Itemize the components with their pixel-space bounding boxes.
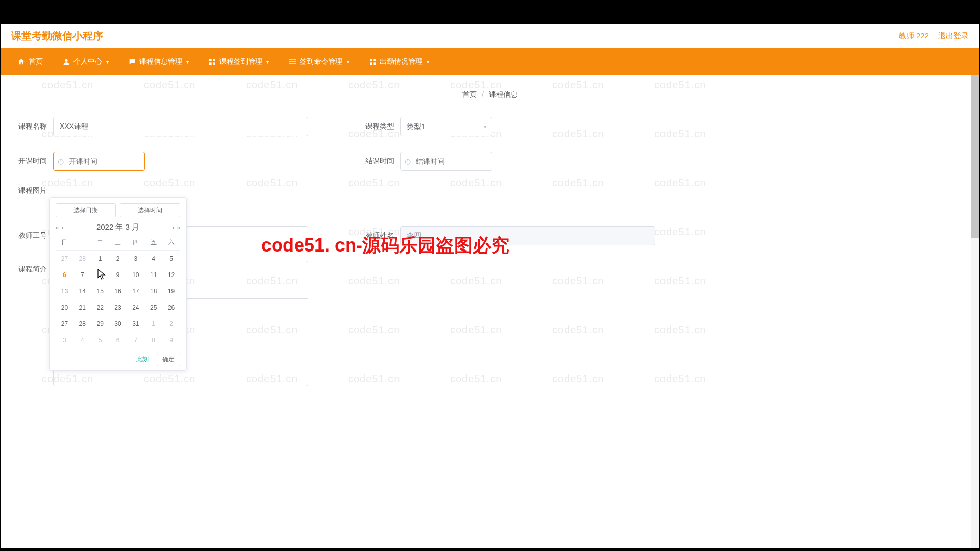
- dp-weekdays: 日一二三四五六: [56, 236, 180, 251]
- dp-day-cell[interactable]: 7: [74, 267, 91, 283]
- nav-personal[interactable]: 个人中心 ▾: [55, 53, 116, 70]
- start-time-input[interactable]: [53, 152, 145, 171]
- dp-weekday: 二: [91, 238, 109, 247]
- dp-weekday: 日: [56, 238, 74, 247]
- dp-day-cell[interactable]: 10: [127, 267, 144, 283]
- dp-day-cell[interactable]: 8: [91, 267, 109, 283]
- nav-attend-mgmt[interactable]: 出勤情况管理 ▾: [361, 53, 436, 70]
- user-icon: [62, 58, 70, 66]
- dp-day-cell[interactable]: 28: [74, 251, 91, 267]
- dp-day-cell[interactable]: 20: [56, 299, 74, 316]
- chevron-down-icon: ▾: [186, 59, 189, 65]
- end-time-input[interactable]: [400, 152, 492, 171]
- dp-day-cell[interactable]: 1: [144, 316, 162, 332]
- dp-day-cell[interactable]: 4: [144, 251, 162, 267]
- current-user[interactable]: 教师 222: [899, 31, 929, 41]
- dp-day-cell[interactable]: 14: [74, 283, 91, 299]
- dp-day-cell[interactable]: 2: [109, 251, 127, 267]
- nav-label: 签到命令管理: [300, 57, 342, 66]
- dp-day-cell[interactable]: 6: [109, 332, 127, 348]
- dp-day-cell[interactable]: 16: [109, 283, 127, 299]
- date-picker: 选择日期 选择时间 « ‹ 2022 年 3 月 › » 日一二三四五六 272…: [49, 197, 187, 371]
- svg-rect-1: [209, 59, 212, 61]
- nav-signin-mgmt[interactable]: 课程签到管理 ▾: [201, 53, 276, 70]
- nav-label: 出勤情况管理: [380, 57, 423, 66]
- dp-day-cell[interactable]: 11: [144, 267, 162, 283]
- svg-rect-6: [289, 61, 296, 62]
- dp-day-cell[interactable]: 8: [144, 332, 162, 348]
- clock-icon: ◷: [405, 157, 411, 165]
- dp-day-cell[interactable]: 23: [109, 299, 127, 316]
- dp-day-cell[interactable]: 3: [56, 332, 74, 348]
- dp-next-month[interactable]: ›: [172, 224, 174, 231]
- nav-label: 个人中心: [74, 57, 102, 66]
- dp-day-cell[interactable]: 3: [127, 251, 144, 267]
- svg-rect-4: [213, 62, 215, 65]
- dp-title: 2022 年 3 月: [96, 222, 139, 232]
- dp-day-cell[interactable]: 17: [127, 283, 144, 299]
- dp-day-cell[interactable]: 21: [74, 299, 91, 316]
- dp-day-cell[interactable]: 13: [56, 283, 74, 299]
- dp-day-cell[interactable]: 7: [127, 332, 144, 348]
- dp-day-cell[interactable]: 26: [162, 299, 180, 316]
- navbar: 首页 个人中心 ▾ 课程信息管理 ▾ 课程签到管理 ▾ 签到命令管理 ▾ 出勤情…: [1, 48, 979, 75]
- dp-now-button[interactable]: 此刻: [133, 353, 152, 366]
- dp-day-cell[interactable]: 18: [144, 283, 162, 299]
- chevron-down-icon: ▾: [266, 59, 269, 65]
- dp-day-cell[interactable]: 29: [91, 316, 109, 332]
- dp-day-cell[interactable]: 15: [91, 283, 109, 299]
- dp-day-cell[interactable]: 19: [162, 283, 180, 299]
- dp-next-year[interactable]: »: [177, 224, 180, 231]
- svg-rect-9: [373, 59, 376, 61]
- dp-day-cell[interactable]: 27: [56, 316, 74, 332]
- dp-day-cell[interactable]: 12: [162, 267, 180, 283]
- course-name-label: 课程名称: [15, 122, 47, 131]
- dp-day-cell[interactable]: 2: [162, 316, 180, 332]
- dp-grid: 2728123456789101112131415161718192021222…: [56, 251, 180, 348]
- dp-day-cell[interactable]: 4: [74, 332, 91, 348]
- dp-prev-year[interactable]: «: [56, 224, 59, 231]
- course-intro-label: 课程简介: [15, 265, 47, 274]
- svg-point-0: [65, 59, 67, 62]
- nav-course-mgmt[interactable]: 课程信息管理 ▾: [121, 53, 196, 70]
- dp-tab-time[interactable]: 选择时间: [120, 203, 180, 217]
- dp-ok-button[interactable]: 确定: [157, 353, 180, 366]
- dp-day-cell[interactable]: 22: [91, 299, 109, 316]
- nav-cmd-mgmt[interactable]: 签到命令管理 ▾: [281, 53, 356, 70]
- svg-rect-3: [209, 62, 212, 65]
- home-icon: [17, 58, 26, 66]
- dp-weekday: 六: [162, 238, 180, 247]
- dp-weekday: 五: [144, 238, 162, 247]
- dp-day-cell[interactable]: 28: [74, 316, 91, 332]
- dp-weekday: 四: [127, 238, 144, 247]
- breadcrumb-sep: /: [482, 90, 484, 98]
- dp-day-cell[interactable]: 5: [162, 251, 180, 267]
- dp-day-cell[interactable]: 24: [127, 299, 144, 316]
- dp-prev-month[interactable]: ‹: [62, 224, 64, 231]
- course-type-select[interactable]: 类型1: [400, 117, 492, 136]
- dp-day-cell[interactable]: 9: [109, 267, 127, 283]
- breadcrumb-home[interactable]: 首页: [462, 90, 477, 98]
- chevron-down-icon: ▾: [427, 59, 429, 65]
- breadcrumb-current: 课程信息: [489, 90, 518, 98]
- dp-day-cell[interactable]: 31: [127, 316, 144, 332]
- dp-day-cell[interactable]: 9: [162, 332, 180, 348]
- list-icon: [288, 58, 297, 66]
- teacher-name-input: [400, 226, 655, 245]
- dp-day-cell[interactable]: 5: [91, 332, 109, 348]
- dp-day-cell[interactable]: 6: [56, 267, 74, 283]
- dp-tab-date[interactable]: 选择日期: [56, 203, 116, 217]
- dp-day-cell[interactable]: 27: [56, 251, 74, 267]
- chevron-down-icon: ▾: [106, 59, 109, 65]
- dp-day-cell[interactable]: 1: [91, 251, 109, 267]
- start-time-label: 开课时间: [15, 157, 47, 166]
- breadcrumb: 首页 / 课程信息: [1, 90, 979, 99]
- logout-link[interactable]: 退出登录: [938, 31, 969, 41]
- course-name-input[interactable]: [53, 117, 308, 136]
- teacher-name-label: 教师姓名: [362, 231, 394, 240]
- dp-day-cell[interactable]: 30: [109, 316, 127, 332]
- app-title: 课堂考勤微信小程序: [11, 29, 103, 43]
- svg-rect-7: [289, 63, 296, 64]
- nav-home[interactable]: 首页: [10, 53, 50, 70]
- dp-day-cell[interactable]: 25: [144, 299, 162, 316]
